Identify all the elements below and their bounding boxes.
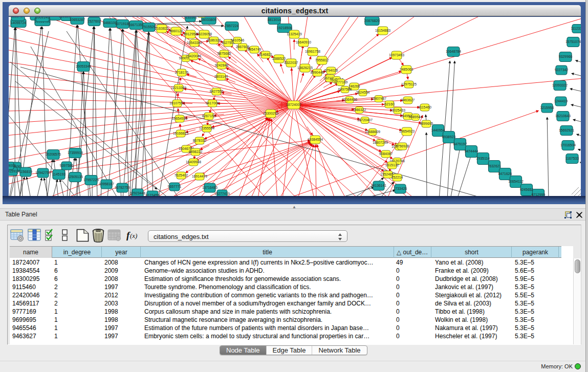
svg-text:8813014: 8813014 <box>268 18 281 21</box>
svg-text:20206576: 20206576 <box>46 152 61 156</box>
svg-text:16782759: 16782759 <box>115 186 130 189</box>
svg-text:10958187: 10958187 <box>99 182 114 186</box>
svg-text:8427552: 8427552 <box>210 90 224 93</box>
svg-text:20876820: 20876820 <box>364 19 380 23</box>
svg-text:6479197: 6479197 <box>453 142 467 146</box>
svg-text:15720407: 15720407 <box>357 118 373 122</box>
svg-text:8938923: 8938923 <box>442 135 456 139</box>
svg-text:1588520: 1588520 <box>272 57 286 60</box>
svg-text:10807487: 10807487 <box>371 97 386 100</box>
svg-text:9245652: 9245652 <box>520 188 534 191</box>
svg-text:3215958: 3215958 <box>540 106 554 110</box>
svg-text:8454749: 8454749 <box>248 48 262 51</box>
svg-text:9089544: 9089544 <box>409 115 423 119</box>
svg-text:1527602: 1527602 <box>88 19 101 23</box>
svg-text:19384554: 19384554 <box>308 138 323 141</box>
svg-text:(x): (x) <box>130 232 137 239</box>
svg-text:9474444: 9474444 <box>465 149 478 153</box>
svg-text:7857224: 7857224 <box>225 24 239 28</box>
svg-text:7594001: 7594001 <box>9 164 16 167</box>
svg-text:6794028: 6794028 <box>324 69 338 72</box>
svg-text:12213369: 12213369 <box>171 86 186 90</box>
svg-text:1167533: 1167533 <box>565 157 579 160</box>
svg-text:10025433: 10025433 <box>390 108 405 112</box>
svg-text:9115460: 9115460 <box>418 105 431 109</box>
svg-text:5875685: 5875685 <box>217 52 231 55</box>
svg-text:18724007: 18724007 <box>286 103 301 106</box>
svg-text:16154883: 16154883 <box>375 29 390 32</box>
svg-text:20364436: 20364436 <box>342 98 357 101</box>
svg-text:3915913: 3915913 <box>9 169 19 173</box>
svg-text:10653287: 10653287 <box>70 18 85 21</box>
svg-text:17359918: 17359918 <box>68 151 83 155</box>
svg-text:10277419: 10277419 <box>214 192 230 195</box>
svg-text:14055724: 14055724 <box>11 21 26 25</box>
svg-text:1244419: 1244419 <box>554 99 568 103</box>
svg-text:10973493: 10973493 <box>389 53 404 57</box>
svg-text:13626215: 13626215 <box>297 66 313 70</box>
svg-text:9135501: 9135501 <box>184 17 198 19</box>
svg-text:13716485: 13716485 <box>202 186 217 189</box>
svg-text:9463627: 9463627 <box>401 98 415 102</box>
svg-text:2009140: 2009140 <box>36 17 50 19</box>
svg-text:9777169: 9777169 <box>334 80 348 84</box>
svg-text:16961758: 16961758 <box>305 50 320 53</box>
svg-text:9417006: 9417006 <box>206 101 220 105</box>
svg-text:9657771: 9657771 <box>168 185 182 188</box>
svg-text:8678332: 8678332 <box>193 139 207 142</box>
svg-text:18107553: 18107553 <box>169 101 185 105</box>
svg-text:7163822: 7163822 <box>155 27 169 30</box>
svg-text:252214: 252214 <box>391 176 403 179</box>
svg-text:1861404: 1861404 <box>11 17 25 18</box>
svg-text:2803144: 2803144 <box>214 75 228 78</box>
svg-text:8912954: 8912954 <box>184 32 198 36</box>
svg-text:12923448: 12923448 <box>130 191 145 195</box>
svg-text:1145193: 1145193 <box>52 172 66 176</box>
svg-text:12942757: 12942757 <box>35 171 51 174</box>
svg-text:3624554: 3624554 <box>356 91 370 94</box>
svg-text:1440954: 1440954 <box>431 128 445 132</box>
svg-text:6497568: 6497568 <box>338 87 352 91</box>
svg-text:8471626: 8471626 <box>498 172 512 176</box>
svg-text:9227342: 9227342 <box>555 68 569 72</box>
svg-text:16914479: 16914479 <box>192 174 207 178</box>
svg-text:9410546: 9410546 <box>231 38 245 42</box>
svg-text:16671355: 16671355 <box>128 23 144 27</box>
svg-text:18807249: 18807249 <box>373 141 388 144</box>
svg-text:20053346: 20053346 <box>76 64 91 68</box>
svg-text:10543362: 10543362 <box>187 41 202 45</box>
svg-text:2935114: 2935114 <box>476 157 490 160</box>
svg-text:7485063: 7485063 <box>400 68 413 71</box>
svg-text:8322037: 8322037 <box>285 61 298 64</box>
svg-text:7515520: 7515520 <box>142 25 156 29</box>
svg-text:16409948: 16409948 <box>186 160 201 164</box>
svg-text:2718176: 2718176 <box>175 71 189 74</box>
svg-text:19218506: 19218506 <box>277 26 292 30</box>
svg-text:16640910: 16640910 <box>296 40 311 44</box>
svg-text:9146821: 9146821 <box>259 53 273 56</box>
svg-text:7986322: 7986322 <box>353 108 366 112</box>
svg-text:15692921: 15692921 <box>559 128 574 132</box>
svg-text:8267153: 8267153 <box>202 114 216 118</box>
svg-text:17957225: 17957225 <box>83 178 99 182</box>
svg-text:10648784: 10648784 <box>446 50 461 53</box>
svg-text:12355594: 12355594 <box>199 126 214 130</box>
svg-text:15751074: 15751074 <box>565 40 581 43</box>
svg-text:12975125: 12975125 <box>401 82 417 86</box>
svg-text:16033809: 16033809 <box>201 18 216 21</box>
svg-text:9756928: 9756928 <box>396 144 409 148</box>
svg-text:16210643: 16210643 <box>555 114 571 118</box>
svg-text:23226058: 23226058 <box>197 32 212 36</box>
svg-text:8990448: 8990448 <box>311 71 324 74</box>
svg-text:19654935: 19654935 <box>172 117 187 120</box>
svg-text:9397586: 9397586 <box>60 164 74 167</box>
svg-text:19166825: 19166825 <box>173 132 188 135</box>
svg-text:7625402: 7625402 <box>175 173 188 177</box>
svg-text:11325419: 11325419 <box>287 32 302 36</box>
svg-text:7632621: 7632621 <box>488 164 502 168</box>
svg-text:19654923: 19654923 <box>399 129 415 133</box>
svg-text:17016504: 17016504 <box>560 143 576 147</box>
svg-text:8186328: 8186328 <box>207 38 221 42</box>
svg-text:10688609: 10688609 <box>365 130 380 134</box>
svg-text:12505135: 12505135 <box>68 175 83 179</box>
